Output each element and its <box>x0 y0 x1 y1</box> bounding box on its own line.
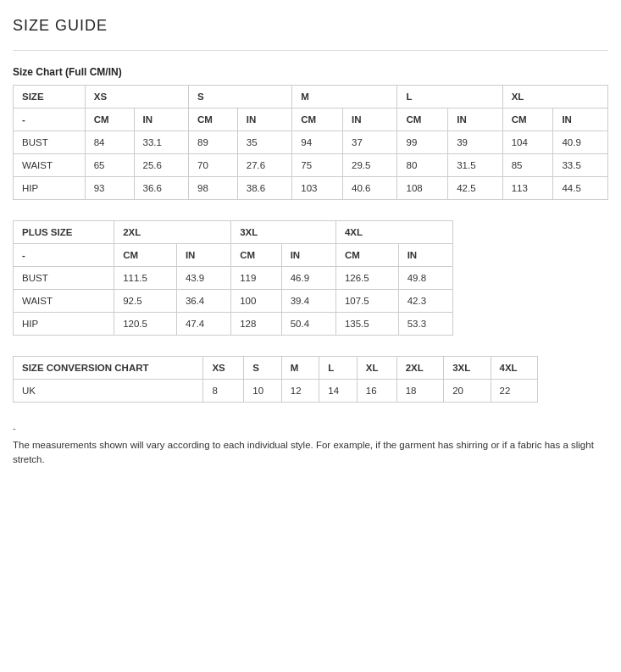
full-size-col-xl: XL <box>502 86 607 108</box>
full-waist-xl-in: 33.5 <box>553 154 608 177</box>
full-bust-label: BUST <box>14 131 86 154</box>
full-hip-l-in: 42.5 <box>448 177 502 200</box>
full-size-sub-s-in: IN <box>237 108 291 131</box>
full-hip-xl-cm: 113 <box>502 177 553 200</box>
full-hip-m-in: 40.6 <box>343 177 397 200</box>
full-bust-xl-cm: 104 <box>502 131 553 154</box>
plus-waist-3xl-cm: 100 <box>231 290 282 313</box>
plus-size-subheader-row: - CM IN CM IN CM IN <box>14 244 453 267</box>
full-hip-m-cm: 103 <box>292 177 343 200</box>
plus-size-table: PLUS SIZE 2XL 3XL 4XL - CM IN CM IN CM I… <box>13 220 453 336</box>
bottom-dash: - <box>13 423 608 433</box>
full-hip-label: HIP <box>14 177 86 200</box>
full-size-col-xs: XS <box>85 86 188 108</box>
plus-waist-row: WAIST 92.5 36.4 100 39.4 107.5 42.3 <box>14 290 453 313</box>
full-waist-xl-cm: 85 <box>502 154 553 177</box>
full-size-sub-l-cm: CM <box>397 108 448 131</box>
full-size-sub-m-cm: CM <box>292 108 343 131</box>
plus-waist-4xl-in: 42.3 <box>398 290 452 313</box>
full-size-header-row: SIZE XS S M L XL <box>14 86 608 108</box>
plus-hip-3xl-in: 50.4 <box>281 313 335 336</box>
conversion-uk-xs: 8 <box>203 380 244 403</box>
conversion-col-xs: XS <box>203 357 244 380</box>
full-size-hip-row: HIP 93 36.6 98 38.6 103 40.6 108 42.5 11… <box>14 177 608 200</box>
plus-size-sub-3xl-in: IN <box>281 244 335 267</box>
plus-size-sub-4xl-in: IN <box>398 244 452 267</box>
full-bust-s-cm: 89 <box>189 131 238 154</box>
conversion-uk-row: UK 8 10 12 14 16 18 20 22 <box>14 380 538 403</box>
full-size-subheader-row: - CM IN CM IN CM IN CM IN CM IN <box>14 108 608 131</box>
full-hip-s-in: 38.6 <box>237 177 291 200</box>
plus-size-col-label: PLUS SIZE <box>14 221 114 244</box>
conversion-uk-xl: 16 <box>357 380 396 403</box>
full-size-sub-l-in: IN <box>448 108 502 131</box>
conversion-uk-m: 12 <box>281 380 319 403</box>
full-hip-xs-in: 36.6 <box>134 177 188 200</box>
full-size-sub-dash: - <box>14 108 86 131</box>
plus-hip-4xl-in: 53.3 <box>398 313 452 336</box>
size-conversion-table: SIZE CONVERSION CHART XS S M L XL 2XL 3X… <box>13 356 538 403</box>
full-waist-xs-cm: 65 <box>85 154 134 177</box>
plus-waist-3xl-in: 39.4 <box>281 290 335 313</box>
conversion-uk-l: 14 <box>319 380 357 403</box>
full-size-col-size: SIZE <box>14 86 86 108</box>
plus-size-sub-dash: - <box>14 244 114 267</box>
plus-bust-3xl-in: 46.9 <box>281 267 335 290</box>
plus-waist-4xl-cm: 107.5 <box>335 290 398 313</box>
title-divider <box>13 50 608 51</box>
full-bust-m-in: 37 <box>343 131 397 154</box>
full-waist-l-cm: 80 <box>397 154 448 177</box>
plus-bust-3xl-cm: 119 <box>231 267 282 290</box>
plus-hip-3xl-cm: 128 <box>231 313 282 336</box>
full-table-label: Size Chart (Full CM/IN) <box>13 66 608 78</box>
full-size-sub-xl-cm: CM <box>502 108 553 131</box>
full-size-col-s: S <box>189 86 292 108</box>
full-waist-l-in: 31.5 <box>448 154 502 177</box>
full-size-sub-xs-cm: CM <box>85 108 134 131</box>
conversion-col-label: SIZE CONVERSION CHART <box>14 357 203 380</box>
conversion-col-s: S <box>244 357 281 380</box>
plus-size-col-2xl: 2XL <box>114 221 231 244</box>
full-hip-l-cm: 108 <box>397 177 448 200</box>
conversion-uk-2xl: 18 <box>396 380 443 403</box>
full-hip-xs-cm: 93 <box>85 177 134 200</box>
conversion-col-4xl: 4XL <box>491 357 537 380</box>
full-bust-m-cm: 94 <box>292 131 343 154</box>
plus-size-col-4xl: 4XL <box>335 221 452 244</box>
full-size-bust-row: BUST 84 33.1 89 35 94 37 99 39 104 40.9 <box>14 131 608 154</box>
full-size-sub-xl-in: IN <box>553 108 608 131</box>
conversion-col-l: L <box>319 357 357 380</box>
plus-waist-2xl-cm: 92.5 <box>114 290 177 313</box>
full-bust-s-in: 35 <box>237 131 291 154</box>
full-waist-label: WAIST <box>14 154 86 177</box>
full-bust-xs-cm: 84 <box>85 131 134 154</box>
full-bust-l-cm: 99 <box>397 131 448 154</box>
conversion-header-row: SIZE CONVERSION CHART XS S M L XL 2XL 3X… <box>14 357 538 380</box>
full-size-sub-m-in: IN <box>343 108 397 131</box>
plus-bust-label: BUST <box>14 267 114 290</box>
conversion-uk-4xl: 22 <box>491 380 537 403</box>
bottom-note: The measurements shown will vary accordi… <box>13 438 608 468</box>
plus-hip-2xl-in: 47.4 <box>176 313 230 336</box>
conversion-uk-3xl: 20 <box>444 380 491 403</box>
plus-bust-2xl-in: 43.9 <box>176 267 230 290</box>
full-waist-m-cm: 75 <box>292 154 343 177</box>
full-hip-xl-in: 44.5 <box>553 177 608 200</box>
conversion-uk-s: 10 <box>244 380 281 403</box>
full-bust-xs-in: 33.1 <box>134 131 188 154</box>
conversion-col-m: M <box>281 357 319 380</box>
plus-size-col-3xl: 3XL <box>231 221 336 244</box>
full-waist-s-cm: 70 <box>189 154 238 177</box>
plus-hip-4xl-cm: 135.5 <box>335 313 398 336</box>
plus-bust-2xl-cm: 111.5 <box>114 267 177 290</box>
plus-hip-label: HIP <box>14 313 114 336</box>
plus-size-sub-3xl-cm: CM <box>231 244 282 267</box>
full-waist-xs-in: 25.6 <box>134 154 188 177</box>
full-bust-xl-in: 40.9 <box>553 131 608 154</box>
full-waist-m-in: 29.5 <box>343 154 397 177</box>
plus-hip-2xl-cm: 120.5 <box>114 313 177 336</box>
full-size-col-l: L <box>397 86 502 108</box>
plus-waist-label: WAIST <box>14 290 114 313</box>
plus-bust-row: BUST 111.5 43.9 119 46.9 126.5 49.8 <box>14 267 453 290</box>
plus-bust-4xl-in: 49.8 <box>398 267 452 290</box>
